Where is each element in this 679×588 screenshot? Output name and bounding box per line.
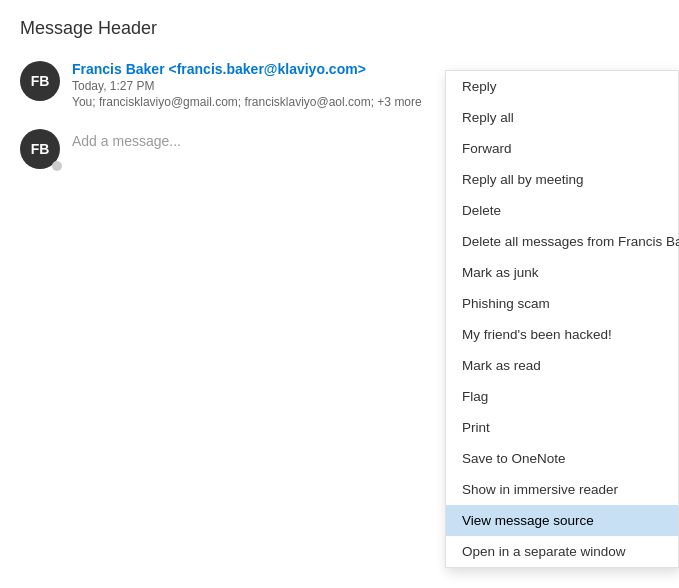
page-container: Message Header FB Francis Baker <francis… xyxy=(0,0,679,588)
menu-item-6[interactable]: Mark as junk xyxy=(446,257,678,288)
menu-item-13[interactable]: Show in immersive reader xyxy=(446,474,678,505)
avatar: FB xyxy=(20,61,60,101)
menu-item-12[interactable]: Save to OneNote xyxy=(446,443,678,474)
page-title: Message Header xyxy=(0,0,679,51)
menu-item-10[interactable]: Flag xyxy=(446,381,678,412)
menu-item-15[interactable]: Open in a separate window xyxy=(446,536,678,567)
menu-item-8[interactable]: My friend's been hacked! xyxy=(446,319,678,350)
menu-item-5[interactable]: Delete all messages from Francis Baker xyxy=(446,226,678,257)
add-message-text[interactable]: Add a message... xyxy=(72,133,181,149)
context-menu: ReplyReply allForwardReply all by meetin… xyxy=(445,70,679,568)
menu-item-0[interactable]: Reply xyxy=(446,71,678,102)
menu-item-3[interactable]: Reply all by meeting xyxy=(446,164,678,195)
add-message-area[interactable]: Add a message... xyxy=(72,133,181,149)
menu-item-14[interactable]: View message source xyxy=(446,505,678,536)
menu-item-11[interactable]: Print xyxy=(446,412,678,443)
status-dot xyxy=(52,161,62,171)
menu-item-1[interactable]: Reply all xyxy=(446,102,678,133)
menu-item-2[interactable]: Forward xyxy=(446,133,678,164)
menu-item-9[interactable]: Mark as read xyxy=(446,350,678,381)
menu-item-4[interactable]: Delete xyxy=(446,195,678,226)
menu-item-7[interactable]: Phishing scam xyxy=(446,288,678,319)
